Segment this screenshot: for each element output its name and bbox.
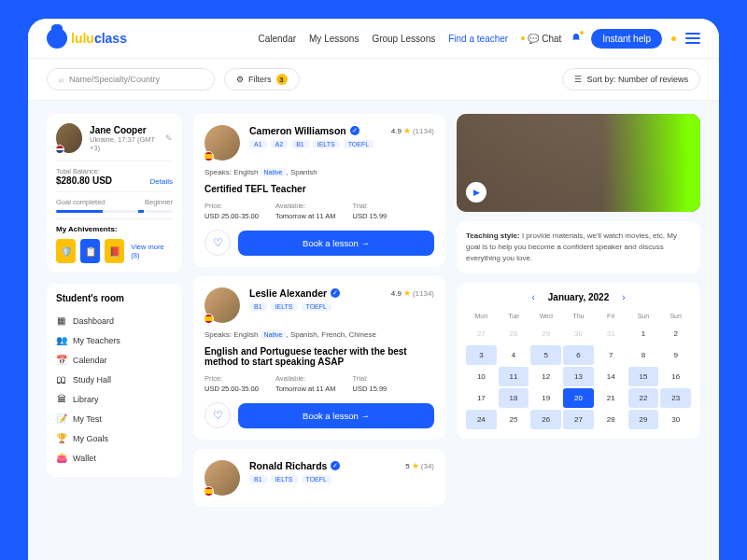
- achievement-badge[interactable]: 📕: [105, 239, 124, 263]
- nav-calendar[interactable]: Calendar: [258, 34, 296, 44]
- cal-day[interactable]: 6: [563, 345, 594, 365]
- sort-button[interactable]: ☰Sort by: Number of reviews: [562, 68, 700, 91]
- cal-day[interactable]: 28: [499, 324, 529, 343]
- calendar-month: January, 2022: [548, 292, 609, 302]
- sidebar-item-dashboard[interactable]: ▦Dashboard: [56, 311, 173, 330]
- cal-day[interactable]: 13: [563, 367, 594, 386]
- notification-icon[interactable]: [571, 33, 582, 44]
- cal-day[interactable]: 30: [563, 324, 594, 343]
- cal-day[interactable]: 11: [499, 367, 529, 386]
- teacher-title: Certified TEFL Teacher: [204, 184, 434, 194]
- cal-day[interactable]: 1: [628, 324, 659, 343]
- level-tag: TOEFL: [302, 302, 331, 311]
- search-input[interactable]: ⌕Name/Specialty/Country: [47, 68, 215, 91]
- nav-my-lessons[interactable]: My Lessons: [309, 34, 359, 44]
- cal-day[interactable]: 4: [499, 345, 529, 365]
- details-link[interactable]: Details: [150, 177, 173, 186]
- cal-day[interactable]: 28: [596, 410, 627, 429]
- cal-day[interactable]: 12: [530, 367, 561, 386]
- sidebar-item-my-teachers[interactable]: 👥My Teachers: [56, 330, 173, 350]
- filters-button[interactable]: ⚙Filters3: [224, 68, 300, 91]
- cal-day[interactable]: 7: [596, 345, 627, 365]
- edit-icon[interactable]: ✎: [165, 133, 173, 143]
- level-tag: B1: [249, 302, 267, 311]
- sidebar-item-library[interactable]: 🏛Library: [56, 389, 173, 409]
- sidebar-item-calendar[interactable]: 📅Calendar: [56, 350, 173, 370]
- sidebar-item-my-test[interactable]: 📝My Test: [56, 409, 173, 428]
- view-more-link[interactable]: View more (8): [131, 243, 173, 259]
- cal-day[interactable]: 10: [466, 367, 497, 386]
- cal-prev-icon[interactable]: ‹: [531, 292, 534, 302]
- chat-link[interactable]: 💬Chat: [521, 34, 561, 44]
- calendar-card: ‹ January, 2022 › MonTueWedThuFriSunSun2…: [457, 283, 700, 439]
- cal-day[interactable]: 25: [499, 410, 529, 429]
- cal-day[interactable]: 27: [563, 410, 594, 429]
- verified-icon: ✓: [331, 461, 340, 470]
- cal-dow: Tue: [499, 310, 529, 322]
- cal-dow: Sun: [628, 310, 659, 322]
- play-icon[interactable]: ▶: [466, 182, 486, 203]
- sidebar-item-my-goals[interactable]: 🏆My Goals: [56, 428, 173, 448]
- teacher-video[interactable]: ▶: [457, 114, 700, 212]
- verified-icon: ✓: [350, 126, 359, 135]
- book-lesson-button[interactable]: Book a lesson →: [238, 231, 434, 256]
- favorite-button[interactable]: ♡: [204, 230, 231, 256]
- filter-icon: ⚙: [236, 75, 244, 84]
- level-tag: B1: [291, 140, 309, 148]
- cal-day[interactable]: 24: [466, 410, 497, 429]
- flag-icon: [55, 145, 64, 154]
- teacher-avatar[interactable]: [204, 287, 240, 323]
- level-tag: A2: [271, 140, 289, 148]
- cal-day[interactable]: 23: [660, 388, 691, 408]
- cal-day[interactable]: 30: [660, 410, 691, 429]
- menu-icon: 📝: [56, 413, 66, 424]
- achievement-badge[interactable]: 📋: [80, 239, 100, 263]
- cal-day[interactable]: 2: [660, 324, 691, 343]
- cal-day[interactable]: 17: [466, 388, 497, 408]
- user-avatar[interactable]: [56, 123, 82, 153]
- cal-day[interactable]: 20: [563, 388, 594, 408]
- cal-day[interactable]: 22: [628, 388, 659, 408]
- cal-day[interactable]: 29: [530, 324, 561, 343]
- teacher-avatar[interactable]: [204, 125, 240, 161]
- logo[interactable]: luluclass: [47, 28, 127, 49]
- cal-day[interactable]: 8: [628, 345, 659, 365]
- logo-text: luluclass: [71, 31, 127, 46]
- cal-day[interactable]: 14: [596, 367, 627, 386]
- cal-day[interactable]: 15: [628, 367, 659, 386]
- menu-icon: ▦: [56, 315, 66, 326]
- instant-help-button[interactable]: Instant help: [591, 29, 662, 49]
- star-icon: ★: [403, 126, 411, 135]
- cal-next-icon[interactable]: ›: [622, 292, 625, 302]
- achievement-badge[interactable]: 🛡️: [56, 239, 76, 263]
- native-badge: Native: [261, 330, 287, 339]
- cal-day[interactable]: 3: [466, 345, 497, 365]
- cal-day[interactable]: 31: [596, 324, 627, 343]
- cal-day[interactable]: 5: [530, 345, 561, 365]
- level-tag: TOEFL: [344, 140, 374, 148]
- level-tag: IELTS: [271, 475, 298, 483]
- menu-icon[interactable]: [685, 33, 700, 44]
- cal-day[interactable]: 27: [466, 324, 497, 343]
- cal-day[interactable]: 21: [596, 388, 627, 408]
- goal-progress: [56, 210, 173, 213]
- teacher-avatar[interactable]: [204, 460, 240, 496]
- flag-icon: [204, 314, 214, 324]
- cal-day[interactable]: 29: [628, 410, 659, 429]
- star-icon: ★: [403, 288, 411, 298]
- favorite-button[interactable]: ♡: [204, 402, 231, 428]
- cal-day[interactable]: 16: [660, 367, 691, 386]
- balance-label: Total Balance:: [56, 167, 112, 175]
- menu-icon: 🏛: [56, 394, 66, 404]
- nav-find-a-teacher[interactable]: Find a teacher: [448, 34, 508, 44]
- cal-day[interactable]: 19: [530, 388, 561, 408]
- sidebar-item-wallet[interactable]: 👛Wallet: [56, 448, 173, 468]
- cal-day[interactable]: 9: [660, 345, 691, 365]
- cal-dow: Thu: [563, 310, 594, 322]
- nav-group-lessons[interactable]: Group Lessons: [372, 34, 435, 44]
- sidebar-item-study-hall[interactable]: 🕮Study Hall: [56, 370, 173, 389]
- cal-day[interactable]: 26: [530, 410, 561, 429]
- speaks-row: Speaks: English Native, Spanish, French,…: [204, 330, 434, 339]
- book-lesson-button[interactable]: Book a lesson →: [238, 403, 434, 428]
- cal-day[interactable]: 18: [499, 388, 529, 408]
